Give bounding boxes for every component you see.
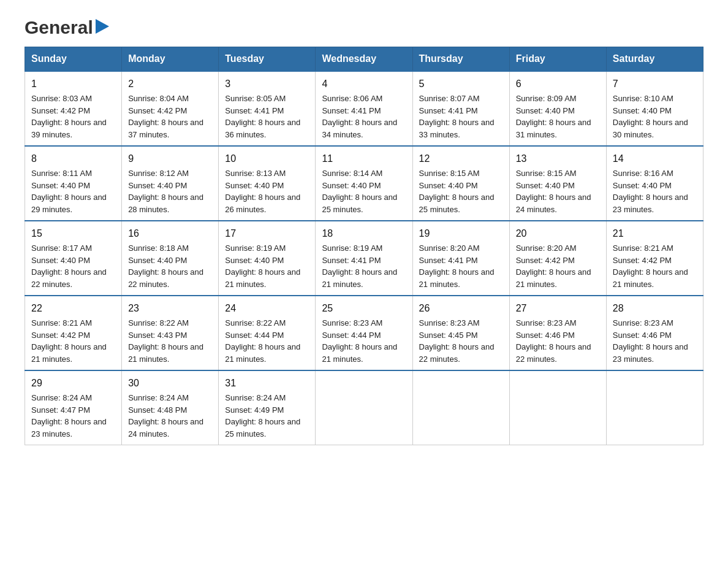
calendar-table: SundayMondayTuesdayWednesdayThursdayFrid… [25, 47, 703, 445]
day-number: 24 [225, 301, 309, 316]
day-sunrise: Sunrise: 8:03 AM [31, 94, 92, 103]
day-sunrise: Sunrise: 8:21 AM [31, 318, 92, 327]
day-daylight: Daylight: 8 hours and 26 minutes. [225, 193, 300, 214]
day-sunset: Sunset: 4:40 PM [613, 106, 672, 115]
calendar-week-row: 29 Sunrise: 8:24 AM Sunset: 4:47 PM Dayl… [25, 370, 703, 445]
day-daylight: Daylight: 8 hours and 21 minutes. [225, 267, 300, 289]
day-daylight: Daylight: 8 hours and 31 minutes. [516, 118, 591, 139]
calendar-day-cell: 26 Sunrise: 8:23 AM Sunset: 4:45 PM Dayl… [412, 296, 509, 370]
logo: General [25, 18, 110, 34]
day-sunset: Sunset: 4:40 PM [225, 256, 284, 265]
day-sunset: Sunset: 4:45 PM [419, 331, 478, 340]
day-daylight: Daylight: 8 hours and 21 minutes. [128, 342, 203, 364]
calendar-day-cell: 17 Sunrise: 8:19 AM Sunset: 4:40 PM Dayl… [219, 221, 316, 296]
day-sunset: Sunset: 4:42 PM [31, 106, 90, 115]
day-sunset: Sunset: 4:40 PM [225, 181, 284, 190]
calendar-day-cell: 19 Sunrise: 8:20 AM Sunset: 4:41 PM Dayl… [412, 221, 509, 296]
calendar-day-cell: 15 Sunrise: 8:17 AM Sunset: 4:40 PM Dayl… [25, 221, 122, 296]
page-header: General [25, 18, 703, 34]
calendar-day-cell [412, 370, 509, 445]
day-number: 17 [225, 226, 309, 241]
day-sunset: Sunset: 4:47 PM [31, 405, 90, 415]
day-sunrise: Sunrise: 8:06 AM [322, 94, 382, 103]
calendar-day-cell: 30 Sunrise: 8:24 AM Sunset: 4:48 PM Dayl… [122, 370, 219, 445]
calendar-header-row: SundayMondayTuesdayWednesdayThursdayFrid… [25, 47, 703, 72]
calendar-day-cell: 12 Sunrise: 8:15 AM Sunset: 4:40 PM Dayl… [412, 146, 509, 221]
svg-marker-0 [96, 19, 109, 34]
calendar-day-cell: 25 Sunrise: 8:23 AM Sunset: 4:44 PM Dayl… [316, 296, 412, 370]
day-of-week-header: Saturday [606, 47, 703, 72]
calendar-day-cell: 2 Sunrise: 8:04 AM Sunset: 4:42 PM Dayli… [122, 71, 219, 146]
day-of-week-header: Thursday [412, 47, 509, 72]
day-number: 4 [322, 77, 406, 91]
day-number: 22 [31, 301, 115, 316]
day-daylight: Daylight: 8 hours and 24 minutes. [128, 417, 203, 439]
calendar-body: 1 Sunrise: 8:03 AM Sunset: 4:42 PM Dayli… [25, 71, 703, 445]
day-sunrise: Sunrise: 8:22 AM [128, 318, 189, 327]
calendar-day-cell: 28 Sunrise: 8:23 AM Sunset: 4:46 PM Dayl… [606, 296, 703, 370]
calendar-day-cell [316, 370, 412, 445]
calendar-day-cell: 18 Sunrise: 8:19 AM Sunset: 4:41 PM Dayl… [316, 221, 412, 296]
day-daylight: Daylight: 8 hours and 21 minutes. [516, 267, 591, 289]
day-sunset: Sunset: 4:40 PM [128, 256, 187, 265]
day-daylight: Daylight: 8 hours and 23 minutes. [31, 417, 107, 439]
day-sunrise: Sunrise: 8:23 AM [419, 318, 480, 327]
calendar-day-cell: 10 Sunrise: 8:13 AM Sunset: 4:40 PM Dayl… [219, 146, 316, 221]
calendar-day-cell: 14 Sunrise: 8:16 AM Sunset: 4:40 PM Dayl… [606, 146, 703, 221]
day-sunset: Sunset: 4:42 PM [31, 331, 90, 340]
day-sunset: Sunset: 4:46 PM [613, 331, 672, 340]
calendar-day-cell: 9 Sunrise: 8:12 AM Sunset: 4:40 PM Dayli… [122, 146, 219, 221]
day-sunrise: Sunrise: 8:18 AM [128, 243, 189, 253]
day-sunset: Sunset: 4:42 PM [516, 256, 575, 265]
day-sunrise: Sunrise: 8:24 AM [128, 393, 189, 402]
day-sunset: Sunset: 4:40 PM [322, 181, 381, 190]
day-number: 2 [128, 77, 212, 91]
day-daylight: Daylight: 8 hours and 28 minutes. [128, 193, 203, 214]
day-number: 5 [419, 77, 503, 91]
calendar-week-row: 15 Sunrise: 8:17 AM Sunset: 4:40 PM Dayl… [25, 221, 703, 296]
day-sunset: Sunset: 4:43 PM [128, 331, 187, 340]
day-number: 6 [516, 77, 600, 91]
calendar-day-cell: 8 Sunrise: 8:11 AM Sunset: 4:40 PM Dayli… [25, 146, 122, 221]
day-sunrise: Sunrise: 8:23 AM [516, 318, 577, 327]
day-sunrise: Sunrise: 8:14 AM [322, 169, 382, 178]
calendar-day-cell: 22 Sunrise: 8:21 AM Sunset: 4:42 PM Dayl… [25, 296, 122, 370]
day-daylight: Daylight: 8 hours and 21 minutes. [322, 342, 397, 364]
day-daylight: Daylight: 8 hours and 25 minutes. [225, 417, 300, 439]
day-sunrise: Sunrise: 8:07 AM [419, 94, 480, 103]
day-of-week-header: Tuesday [219, 47, 316, 72]
day-sunrise: Sunrise: 8:20 AM [419, 243, 480, 253]
day-sunrise: Sunrise: 8:16 AM [613, 169, 673, 178]
day-sunset: Sunset: 4:44 PM [322, 331, 381, 340]
day-daylight: Daylight: 8 hours and 34 minutes. [322, 118, 397, 139]
day-daylight: Daylight: 8 hours and 21 minutes. [419, 267, 495, 289]
day-number: 13 [516, 151, 600, 166]
calendar-day-cell: 27 Sunrise: 8:23 AM Sunset: 4:46 PM Dayl… [509, 296, 606, 370]
day-number: 20 [516, 226, 600, 241]
calendar-day-cell: 7 Sunrise: 8:10 AM Sunset: 4:40 PM Dayli… [606, 71, 703, 146]
day-daylight: Daylight: 8 hours and 22 minutes. [419, 342, 495, 364]
day-number: 29 [31, 376, 115, 391]
day-sunrise: Sunrise: 8:11 AM [31, 169, 92, 178]
calendar-day-cell: 1 Sunrise: 8:03 AM Sunset: 4:42 PM Dayli… [25, 71, 122, 146]
day-sunrise: Sunrise: 8:20 AM [516, 243, 577, 253]
day-number: 8 [31, 151, 115, 166]
day-sunrise: Sunrise: 8:05 AM [225, 94, 286, 103]
day-sunset: Sunset: 4:41 PM [322, 256, 381, 265]
day-number: 23 [128, 301, 212, 316]
calendar-day-cell: 13 Sunrise: 8:15 AM Sunset: 4:40 PM Dayl… [509, 146, 606, 221]
calendar-day-cell: 21 Sunrise: 8:21 AM Sunset: 4:42 PM Dayl… [606, 221, 703, 296]
day-sunrise: Sunrise: 8:22 AM [225, 318, 286, 327]
calendar-day-cell: 24 Sunrise: 8:22 AM Sunset: 4:44 PM Dayl… [219, 296, 316, 370]
day-of-week-header: Friday [509, 47, 606, 72]
day-sunset: Sunset: 4:42 PM [128, 106, 187, 115]
calendar-day-cell: 11 Sunrise: 8:14 AM Sunset: 4:40 PM Dayl… [316, 146, 412, 221]
day-daylight: Daylight: 8 hours and 33 minutes. [419, 118, 495, 139]
calendar-day-cell: 29 Sunrise: 8:24 AM Sunset: 4:47 PM Dayl… [25, 370, 122, 445]
day-number: 11 [322, 151, 406, 166]
day-sunset: Sunset: 4:40 PM [31, 256, 90, 265]
day-of-week-header: Sunday [25, 47, 122, 72]
day-sunset: Sunset: 4:49 PM [225, 405, 284, 415]
day-sunrise: Sunrise: 8:19 AM [322, 243, 382, 253]
day-number: 21 [613, 226, 697, 241]
